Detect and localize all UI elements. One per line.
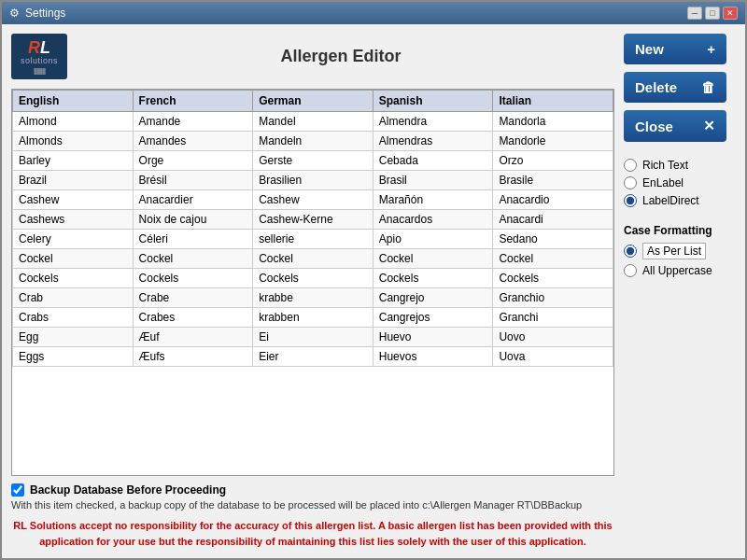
cell-8-3: Cockels [373, 269, 493, 288]
table-row[interactable]: EggsÆufsEierHuevosUova [13, 347, 613, 367]
logo: RL solutions ||||||||||||||| [11, 34, 67, 79]
cell-0-3: Almendra [373, 112, 493, 132]
table-row[interactable]: CashewAnacardierCashewMarañónAnacardio [13, 190, 613, 210]
radio-enlabel[interactable]: EnLabel [624, 176, 736, 189]
cell-3-2: Brasilien [253, 171, 374, 190]
table-row[interactable]: BarleyOrgeGersteCebadaOrzo [13, 151, 613, 171]
window-title-icon: ⚙ [9, 7, 20, 20]
radio-enlabel-input[interactable] [624, 176, 637, 189]
table-row[interactable]: CrabsCrabeskrabbenCangrejosGranchi [13, 308, 613, 328]
cell-5-1: Noix de cajou [133, 210, 253, 230]
title-bar-controls: ─ □ ✕ [687, 7, 738, 20]
radio-labeldirect-input[interactable] [624, 194, 637, 207]
col-french[interactable]: French [133, 91, 253, 112]
radio-as-per-list-input[interactable] [624, 245, 637, 258]
cell-4-3: Marañón [373, 190, 493, 210]
window-close-button[interactable]: ✕ [723, 7, 738, 20]
cell-8-0: Cockels [13, 269, 134, 288]
right-panel: New + Delete 🗑 Close ✕ Rich Text EnLabel [624, 34, 736, 549]
radio-rich-text-label: Rich Text [642, 159, 688, 172]
cell-10-3: Cangrejos [373, 308, 493, 328]
cell-2-1: Orge [133, 151, 253, 171]
cell-1-3: Almendras [373, 132, 493, 151]
allergen-table-scroll[interactable]: English French German Spanish Italian Al… [12, 90, 613, 475]
radio-all-uppercase[interactable]: All Uppercase [624, 264, 736, 277]
table-row[interactable]: BrazilBrésilBrasilienBrasilBrasile [13, 171, 613, 190]
backup-description: With this item checked, a backup copy of… [11, 499, 614, 511]
bottom-section: Backup Database Before Proceeding With t… [11, 483, 614, 549]
table-row[interactable]: AlmondAmandeMandelAlmendraMandorla [13, 112, 613, 132]
cell-6-1: Céleri [133, 230, 253, 249]
cell-8-1: Cockels [133, 269, 253, 288]
table-row[interactable]: AlmondsAmandesMandelnAlmendrasMandorle [13, 132, 613, 151]
disclaimer-text: RL Solutions accept no responsibility fo… [11, 518, 614, 549]
table-header: English French German Spanish Italian [13, 91, 613, 112]
cell-0-0: Almond [13, 112, 134, 132]
cell-12-0: Eggs [13, 347, 134, 367]
table-row[interactable]: CockelCockelCockelCockelCockel [13, 249, 613, 269]
content-area: RL solutions ||||||||||||||| Allergen Ed… [2, 24, 745, 558]
cell-7-2: Cockel [253, 249, 374, 269]
new-button[interactable]: New + [624, 34, 726, 64]
table-row[interactable]: CockelsCockelsCockelsCockelsCockels [13, 269, 613, 288]
close-button-icon: ✕ [703, 118, 715, 134]
cell-12-4: Uova [493, 347, 613, 367]
main-window: ⚙ Settings ─ □ ✕ RL solutions ||||||||||… [0, 0, 747, 560]
title-bar: ⚙ Settings ─ □ ✕ [2, 2, 745, 24]
app-header: RL solutions ||||||||||||||| Allergen Ed… [11, 34, 614, 79]
cell-7-1: Cockel [133, 249, 253, 269]
col-italian[interactable]: Italian [493, 91, 613, 112]
cell-11-2: Ei [253, 328, 374, 347]
cell-2-4: Orzo [493, 151, 613, 171]
new-button-label: New [635, 41, 664, 57]
cell-0-1: Amande [133, 112, 253, 132]
cell-3-4: Brasile [493, 171, 613, 190]
table-row[interactable]: CrabCrabekrabbeCangrejoGranchio [13, 288, 613, 308]
cell-9-4: Granchio [493, 288, 613, 308]
minimize-button[interactable]: ─ [687, 7, 702, 20]
backup-label: Backup Database Before Proceeding [30, 483, 226, 497]
radio-as-per-list[interactable]: As Per List [624, 243, 736, 259]
case-formatting-title: Case Formatting [624, 224, 736, 237]
cell-10-2: krabben [253, 308, 374, 328]
cell-11-1: Æuf [133, 328, 253, 347]
col-english[interactable]: English [13, 91, 134, 112]
cell-1-4: Mandorle [493, 132, 613, 151]
cell-12-3: Huevos [373, 347, 493, 367]
cell-5-0: Cashews [13, 210, 134, 230]
radio-labeldirect[interactable]: LabelDirect [624, 194, 736, 207]
delete-button[interactable]: Delete 🗑 [624, 72, 726, 103]
cell-3-0: Brazil [13, 171, 134, 190]
left-panel: RL solutions ||||||||||||||| Allergen Ed… [11, 34, 614, 549]
cell-7-0: Cockel [13, 249, 134, 269]
close-button[interactable]: Close ✕ [624, 110, 726, 142]
cell-0-2: Mandel [253, 112, 374, 132]
backup-row: Backup Database Before Proceeding [11, 483, 614, 497]
cell-9-1: Crabe [133, 288, 253, 308]
delete-button-icon: 🗑 [701, 79, 715, 95]
radio-rich-text-input[interactable] [624, 159, 637, 172]
cell-2-3: Cebada [373, 151, 493, 171]
maximize-button[interactable]: □ [705, 7, 720, 20]
case-section: Case Formatting As Per List All Uppercas… [624, 224, 736, 277]
col-german[interactable]: German [253, 91, 374, 112]
cell-7-3: Cockel [373, 249, 493, 269]
cell-1-1: Amandes [133, 132, 253, 151]
cell-8-2: Cockels [253, 269, 374, 288]
table-row[interactable]: EggÆufEiHuevoUovo [13, 328, 613, 347]
backup-checkbox[interactable] [11, 483, 24, 497]
col-spanish[interactable]: Spanish [373, 91, 493, 112]
cell-5-2: Cashew-Kerne [253, 210, 374, 230]
radio-rich-text[interactable]: Rich Text [624, 159, 736, 172]
logo-text-rl: RL [28, 39, 50, 56]
radio-all-uppercase-input[interactable] [624, 264, 637, 277]
table-row[interactable]: CeleryCélerisellerieApioSedano [13, 230, 613, 249]
cell-10-1: Crabes [133, 308, 253, 328]
cell-5-4: Anacardi [493, 210, 613, 230]
cell-5-3: Anacardos [373, 210, 493, 230]
logo-barcode: ||||||||||||||| [34, 67, 45, 74]
cell-1-2: Mandeln [253, 132, 374, 151]
table-row[interactable]: CashewsNoix de cajouCashew-KerneAnacardo… [13, 210, 613, 230]
cell-12-1: Æufs [133, 347, 253, 367]
cell-10-4: Granchi [493, 308, 613, 328]
